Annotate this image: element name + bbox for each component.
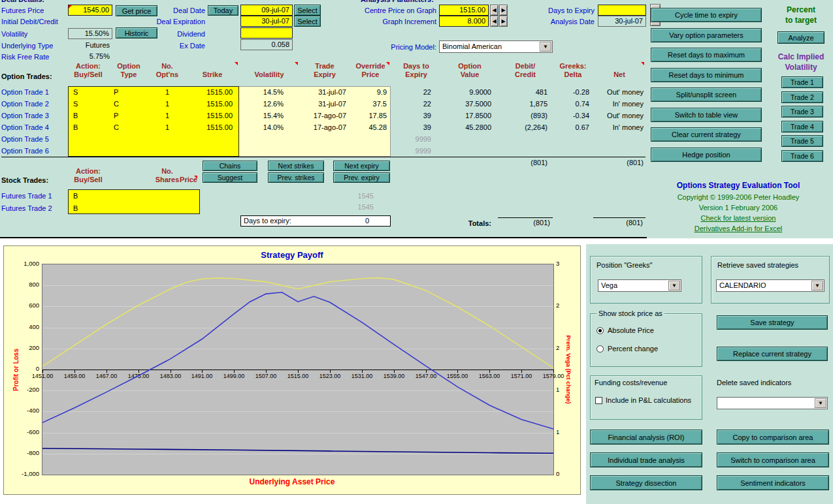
option-cell-r3-c2[interactable]: P xyxy=(108,112,149,119)
chains-button[interactable]: Chains xyxy=(203,161,257,171)
centre-price-spin-down[interactable]: ◀ xyxy=(490,5,498,16)
action-button-cycle-time-to-expiry[interactable]: Cycle time to expiry xyxy=(651,8,762,22)
copy-to-comparison-area-button[interactable]: Copy to comparison area xyxy=(717,430,829,445)
option-cell-r4-c1[interactable]: B xyxy=(68,123,108,131)
option-cell-r2-c7[interactable]: 37.5 xyxy=(350,100,391,108)
option-col-header: Credit xyxy=(498,71,553,78)
option-cell-r4-c3[interactable]: 1 xyxy=(149,123,186,131)
deal-date-select-button[interactable]: Select xyxy=(294,5,321,16)
graph-increment-spin-up[interactable]: ▶ xyxy=(499,16,508,27)
chevron-down-icon[interactable]: ▼ xyxy=(815,398,826,408)
deal-expiration-select-button[interactable]: Select xyxy=(294,16,321,27)
get-price-button[interactable]: Get price xyxy=(116,5,157,16)
retrieve-strategies-dropdown[interactable]: CALENDARIO ▼ xyxy=(716,279,825,292)
comment-marker-icon xyxy=(386,62,389,65)
stock-inputs-area[interactable] xyxy=(68,189,200,214)
action-button-vary-option-parameters[interactable]: Vary option parameters xyxy=(651,28,762,42)
today-button[interactable]: Today xyxy=(208,5,238,16)
comment-marker-icon xyxy=(69,5,72,8)
option-col-header: Type xyxy=(108,71,149,78)
suggest-button[interactable]: Suggest xyxy=(203,172,257,183)
centre-price-spin-up[interactable]: ▶ xyxy=(499,5,508,16)
save-strategy-button[interactable]: Save strategy xyxy=(717,315,828,330)
option-cell-r4-c7[interactable]: 45.28 xyxy=(350,123,391,131)
option-cell-r1-c4[interactable]: 1515.00 xyxy=(186,88,239,96)
option-cell-r3-c4[interactable]: 1515.00 xyxy=(186,112,239,119)
graph-increment-input[interactable]: 8.000 xyxy=(439,16,489,27)
prev-strikes-button[interactable]: Prev. strikes xyxy=(268,172,324,183)
graph-increment-spin-down[interactable]: ◀ xyxy=(490,16,498,27)
calc-iv-trade-5-button[interactable]: Trade 5 xyxy=(781,135,823,147)
radio-absolute-price[interactable] xyxy=(596,327,604,334)
option-cell-r1-c3[interactable]: 1 xyxy=(149,88,186,96)
stock-cell-action-r1[interactable]: B xyxy=(73,192,78,200)
calc-iv-trade-2-button[interactable]: Trade 2 xyxy=(781,91,823,103)
action-button-clear-current-strategy[interactable]: Clear current strategy xyxy=(651,127,762,142)
pricing-model-dropdown[interactable]: Binomial American ▼ xyxy=(439,40,553,53)
historic-button[interactable]: Historic xyxy=(116,27,157,39)
option-secondary-inputs-area[interactable] xyxy=(239,86,391,157)
option-cell-r3-c3[interactable]: 1 xyxy=(149,112,186,119)
option-cell-r2-c1[interactable]: S xyxy=(68,100,108,108)
sentiment-indicators-button[interactable]: Sentiment indicators xyxy=(717,475,829,490)
greeks-dropdown[interactable]: Vega ▼ xyxy=(598,279,681,292)
option-cell-r4-c4[interactable]: 1515.00 xyxy=(186,123,239,131)
replace-strategy-button[interactable]: Replace current strategy xyxy=(717,347,828,361)
next-expiry-button[interactable]: Next expiry xyxy=(333,161,390,171)
switch-to-comparison-area-button[interactable]: Switch to comparison area xyxy=(717,452,829,467)
chevron-down-icon[interactable]: ▼ xyxy=(668,281,680,291)
financial-analysis-roi-button[interactable]: Financial analysis (ROI) xyxy=(590,430,702,445)
option-cell-r2-c2[interactable]: C xyxy=(108,100,149,108)
option-cell-r3-c6[interactable]: 17-ago-07 xyxy=(299,112,350,119)
centre-price-input[interactable]: 1515.00 xyxy=(439,5,489,16)
funding-checkbox[interactable] xyxy=(595,397,602,404)
next-strikes-button[interactable]: Next strikes xyxy=(268,161,324,171)
calc-iv-trade-3-button[interactable]: Trade 3 xyxy=(781,106,823,118)
option-cell-r1-c6[interactable]: 31-jul-07 xyxy=(299,88,350,96)
option-cell-r1-c1[interactable]: S xyxy=(68,88,108,96)
action-button-reset-days-to-maximum[interactable]: Reset days to maximum xyxy=(651,48,762,62)
option-cell-r2-c6[interactable]: 31-jul-07 xyxy=(299,100,350,108)
radio-percent-change[interactable] xyxy=(596,345,604,353)
dividend-input[interactable] xyxy=(240,27,293,39)
delete-indicators-dropdown[interactable]: ▼ xyxy=(717,397,828,409)
option-cell-r2-c5[interactable]: 12.6% xyxy=(239,100,299,108)
check-latest-version-link[interactable]: Check for latest version xyxy=(701,214,776,222)
action-button-split-unsplit-screen[interactable]: Split/unsplit screen xyxy=(651,87,762,102)
strategy-dissection-button[interactable]: Strategy dissection xyxy=(590,475,702,490)
option-col-header: Net xyxy=(593,71,645,78)
chevron-down-icon[interactable]: ▼ xyxy=(811,281,823,291)
individual-trade-analysis-button[interactable]: Individual trade analysis xyxy=(590,452,702,467)
analyze-button[interactable]: Analyze xyxy=(777,31,825,44)
option-cell-r2-c3[interactable]: 1 xyxy=(149,100,186,108)
option-cell-r2-c4[interactable]: 1515.00 xyxy=(186,100,239,108)
option-cell-r3-c7[interactable]: 17.85 xyxy=(350,112,391,119)
days-to-expiry-input[interactable] xyxy=(598,5,646,16)
option-cell-r3-c1[interactable]: B xyxy=(68,112,108,119)
option-cell-r6-c8: 9999 xyxy=(391,147,442,155)
calc-iv-trade-6-button[interactable]: Trade 6 xyxy=(781,150,823,162)
comment-marker-icon xyxy=(235,62,238,65)
prev-expiry-button[interactable]: Prev. expiry xyxy=(333,172,390,183)
action-button-switch-to-table-view[interactable]: Switch to table view xyxy=(651,108,762,122)
calc-iv-trade-1-button[interactable]: Trade 1 xyxy=(781,76,823,88)
percent-to-target-line1: Percent xyxy=(771,5,831,14)
option-inputs-area[interactable] xyxy=(68,86,239,157)
calc-iv-trade-4-button[interactable]: Trade 4 xyxy=(781,121,823,133)
option-col-header: Action: xyxy=(68,62,108,70)
futures-price-input[interactable]: 1545.00 xyxy=(68,5,112,16)
option-cell-r4-c2[interactable]: C xyxy=(108,123,149,131)
action-button-reset-days-to-minimum[interactable]: Reset days to minimum xyxy=(651,68,762,82)
option-cell-r3-c5[interactable]: 15.4% xyxy=(239,112,299,119)
deal-date-input[interactable]: 09-jul-07 xyxy=(240,5,293,16)
option-cell-r4-c6[interactable]: 17-ago-07 xyxy=(299,123,350,131)
derivatives-addin-link[interactable]: Derivatives Add-in for Excel xyxy=(694,225,783,232)
option-cell-r1-c5[interactable]: 14.5% xyxy=(239,88,299,96)
option-cell-r4-c5[interactable]: 14.0% xyxy=(239,123,299,131)
chevron-down-icon[interactable]: ▼ xyxy=(540,42,551,52)
deal-expiration-input[interactable]: 30-jul-07 xyxy=(240,16,293,27)
option-cell-r1-c2[interactable]: P xyxy=(108,88,149,96)
stock-cell-action-r2[interactable]: B xyxy=(73,204,78,212)
action-button-hedge-position[interactable]: Hedge position xyxy=(651,148,762,162)
option-cell-r1-c7[interactable]: 9.9 xyxy=(350,88,391,96)
